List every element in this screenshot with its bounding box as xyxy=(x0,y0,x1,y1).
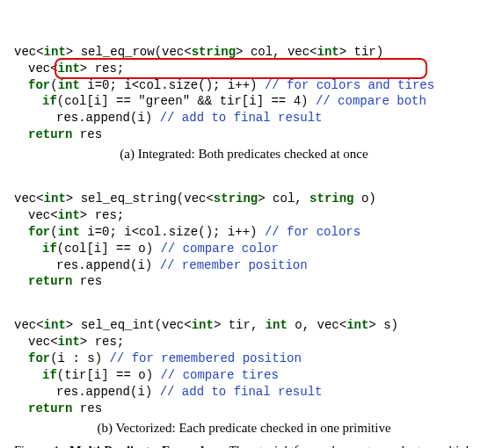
code-block-b1: vec<int> sel_eq_string(vec<string> col, … xyxy=(14,174,474,290)
code-line: vec<int> sel_eq_string(vec<string> col, … xyxy=(14,191,376,206)
code-line: return res xyxy=(14,126,102,143)
code-line: for(i : s) // for remembered position xyxy=(14,350,302,367)
code-line: vec<int> res; xyxy=(14,207,124,224)
code-line: res.append(i) // add to final result xyxy=(14,110,322,126)
code-line: if(col[i] == o) // compare color xyxy=(14,241,279,257)
caption-a: (a) Integrated: Both predicates checked … xyxy=(14,147,474,162)
code-block-a: vec<int> sel_eq_row(vec<string> col, vec… xyxy=(14,11,474,143)
code-line: for(int i=0; i<col.size(); i++) // for c… xyxy=(14,77,434,94)
code-line: res.append(i) // remember position xyxy=(14,257,308,274)
figure-title: Multi-Predicate Example xyxy=(69,444,210,448)
figure-label: Figure 1: xyxy=(14,444,69,448)
code-line: for(int i=0; i<col.size(); i++) // for c… xyxy=(14,224,361,241)
code-line: return res xyxy=(14,273,102,290)
code-line: vec<int> sel_eq_int(vec<int> tir, int o,… xyxy=(14,318,398,332)
code-line: vec<int> res; xyxy=(14,61,124,77)
code-line: if(col[i] == "green" && tir[i] == 4) // … xyxy=(14,93,426,110)
code-line: if(tir[i] == o) // compare tires xyxy=(14,367,279,384)
code-line: vec<int> sel_eq_row(vec<string> col, vec… xyxy=(14,45,383,59)
code-line: return res xyxy=(14,401,102,417)
figure-caption: Figure 1: Multi-Predicate Example – The … xyxy=(14,443,474,448)
caption-b: (b) Vectorized: Each predicate checked i… xyxy=(14,421,474,436)
code-block-b2: vec<int> sel_eq_int(vec<int> tir, int o,… xyxy=(14,300,474,416)
code-line: vec<int> res; xyxy=(14,334,124,350)
code-line: res.append(i) // add to final result xyxy=(14,384,322,401)
